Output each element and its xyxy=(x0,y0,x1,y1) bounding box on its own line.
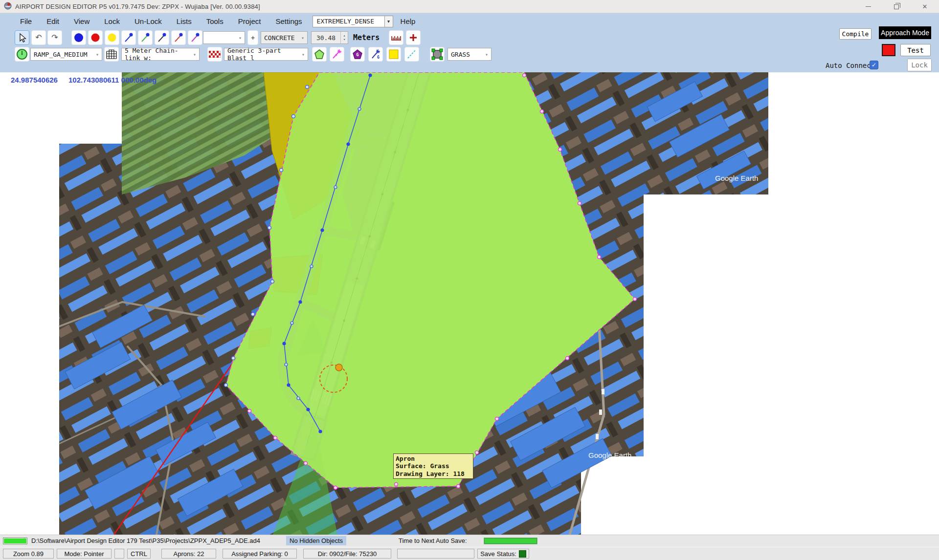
blue-vertex-tool-button[interactable] xyxy=(71,30,86,45)
red-plus-icon xyxy=(408,33,418,43)
test-color-swatch[interactable] xyxy=(882,44,895,56)
ctrl-cell: CTRL xyxy=(127,549,151,559)
menu-project[interactable]: Project xyxy=(231,13,268,29)
test-button[interactable]: Test xyxy=(900,44,931,56)
watermark-google-earth-bottom: Google Earth xyxy=(588,451,631,459)
longitude-heading-readout: 102.743080611 000.00deg xyxy=(68,76,156,84)
select-area-tool-button[interactable] xyxy=(430,47,445,62)
mode-cell: Mode: Pointer xyxy=(57,549,112,559)
menu-lock[interactable]: Lock xyxy=(97,13,127,29)
layer-color-swatch xyxy=(3,538,27,544)
line-tool-closed-button[interactable] xyxy=(171,30,186,45)
polygon-tool-button[interactable] xyxy=(312,47,327,62)
purple-pentagon-g-icon: G xyxy=(352,49,363,60)
measure-tool-button[interactable] xyxy=(389,30,403,45)
fill-color-tool-button[interactable] xyxy=(386,47,401,62)
chevron-down-icon: ▾ xyxy=(482,52,488,57)
lock-button[interactable]: Lock xyxy=(907,59,932,71)
dashed-line-tool-button[interactable] xyxy=(404,47,419,62)
line-tool-boundary-button[interactable] xyxy=(188,30,202,45)
magenta-measure-tool-button[interactable] xyxy=(330,47,344,62)
chevron-down-icon: ▾ xyxy=(190,52,196,57)
line-tool-taxiway-button[interactable] xyxy=(121,30,136,45)
auto-connect-label: Auto Connect xyxy=(826,62,875,69)
check-icon: ✓ xyxy=(872,62,876,68)
empty-cell-2 xyxy=(397,549,474,559)
ground-polygon-tool-button[interactable]: G xyxy=(350,47,365,62)
close-button[interactable]: ✕ xyxy=(911,0,939,13)
add-width-button[interactable]: + xyxy=(247,30,258,45)
toolbar-row-1: ↶ ↷ ▾ + CONCRETE▾ 30.48 ▴▾ Meters xyxy=(0,29,939,46)
svg-text:G: G xyxy=(356,52,358,57)
latitude-readout: 24.987540626 xyxy=(11,76,58,84)
ground-line-tool-button[interactable]: G xyxy=(368,47,383,62)
autosave-label: Time to Next Auto Save: xyxy=(399,537,467,544)
tooltip-surface: Surface: Grass xyxy=(396,462,471,470)
app-icon xyxy=(4,1,12,12)
map-tooltip: Apron Surface: Grass Drawing Layer: 118 xyxy=(393,453,473,479)
blastpad-tool-button[interactable] xyxy=(207,47,222,62)
menu-file[interactable]: File xyxy=(13,13,39,29)
auto-connect-checkbox[interactable]: ✓ xyxy=(870,61,878,69)
surface-value: CONCRETE xyxy=(264,34,295,42)
spin-down-icon[interactable]: ▾ xyxy=(343,38,345,42)
menu-settings[interactable]: Settings xyxy=(268,13,309,29)
ramp-select[interactable]: RAMP_GA_MEDIUM▾ xyxy=(30,48,102,61)
gauge-tool-button[interactable] xyxy=(15,47,29,62)
add-point-tool-button[interactable] xyxy=(406,30,421,45)
grid-icon xyxy=(106,49,117,59)
blue-circle-icon xyxy=(73,32,84,43)
file-path: D:\Software\Airport Design Editor 179 Te… xyxy=(31,537,260,544)
menu-help[interactable]: Help xyxy=(393,13,423,29)
menu-edit[interactable]: Edit xyxy=(39,13,67,29)
line-style-select[interactable]: ▾ xyxy=(203,31,245,44)
red-checker-icon xyxy=(209,51,221,58)
redo-icon: ↷ xyxy=(51,34,58,42)
menu-unlock[interactable]: Un-Lock xyxy=(127,13,169,29)
width-value: 30.48 xyxy=(312,34,340,42)
status-bar-bottom: Zoom 0.89 Mode: Pointer CTRL Aprons: 22 … xyxy=(0,547,939,560)
magenta-line-vertex-icon xyxy=(190,32,201,43)
density-select[interactable]: EXTREMELY_DENSE ▾ xyxy=(313,16,393,27)
map-area: 03 xyxy=(0,72,939,535)
density-value: EXTREMELY_DENSE xyxy=(313,16,385,27)
fence-select[interactable]: 5 Meter Chain-link w:▾ xyxy=(121,48,200,61)
minimize-button[interactable] xyxy=(854,0,882,13)
blue-arrow-g-icon: G xyxy=(370,48,381,60)
red-vertex-tool-button[interactable] xyxy=(88,30,103,45)
surface-select[interactable]: CONCRETE▾ xyxy=(261,31,308,44)
menu-tools[interactable]: Tools xyxy=(199,13,231,29)
status-bar-top: D:\Software\Airport Design Editor 179 Te… xyxy=(0,535,939,547)
hidden-objects-badge: No Hidden Objects xyxy=(286,536,346,545)
redo-button[interactable]: ↷ xyxy=(47,30,62,45)
line-tool-apron-button[interactable] xyxy=(138,30,153,45)
selected-vertex[interactable] xyxy=(335,364,342,371)
blue-line-vertex-icon xyxy=(123,32,134,43)
autosave-progress xyxy=(484,538,537,544)
green-line-vertex-icon xyxy=(140,32,151,43)
blast-select[interactable]: Generic 3-part Blast l▾ xyxy=(224,48,308,61)
ruler-icon xyxy=(390,34,402,42)
ramp-value: RAMP_GA_MEDIUM xyxy=(34,51,88,58)
chevron-down-icon: ▾ xyxy=(298,35,304,41)
restore-button[interactable] xyxy=(882,0,911,13)
menu-view[interactable]: View xyxy=(67,13,97,29)
chevron-down-icon[interactable]: ▾ xyxy=(385,16,393,27)
pointer-tool-button[interactable] xyxy=(15,30,29,45)
fence-value: 5 Meter Chain-link w: xyxy=(125,47,190,62)
spin-up-icon[interactable]: ▴ xyxy=(343,34,345,38)
menu-lists[interactable]: Lists xyxy=(169,13,199,29)
line-tool-runway-button[interactable] xyxy=(155,30,169,45)
grass-select[interactable]: GRASS▾ xyxy=(447,48,492,61)
undo-button[interactable]: ↶ xyxy=(31,30,46,45)
chevron-down-icon: ▾ xyxy=(299,52,305,57)
yellow-vertex-tool-button[interactable] xyxy=(105,30,119,45)
red-circle-icon xyxy=(90,33,100,43)
width-spinner[interactable]: 30.48 ▴▾ xyxy=(311,31,348,44)
grid-tool-button[interactable] xyxy=(104,47,119,62)
assigned-parking-cell: Assigned Parking: 0 xyxy=(223,549,297,559)
cyan-dashed-line-icon xyxy=(406,49,417,60)
save-status-label: Save Status: xyxy=(480,550,516,558)
pointer-icon xyxy=(18,33,26,43)
green-pentagon-icon xyxy=(314,49,325,60)
